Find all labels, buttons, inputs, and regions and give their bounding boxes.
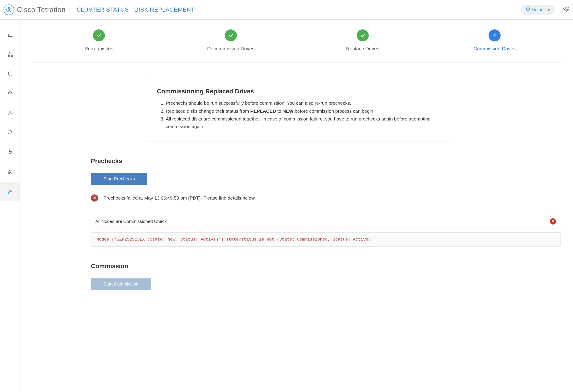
error-icon: ✕ <box>550 218 556 225</box>
precheck-status: ✕ Prechecks failed at May 13 06:49:53 pm… <box>91 195 560 202</box>
nav-lab[interactable] <box>0 103 20 123</box>
error-icon: ✕ <box>91 195 98 202</box>
info-panel: Commissioning Replaced Drives Prechecks … <box>144 77 449 142</box>
nav-topology[interactable] <box>0 45 20 64</box>
prechecks-section: Prechecks Start Prechecks ✕ Prechecks fa… <box>33 158 560 247</box>
health-icon[interactable] <box>563 6 570 13</box>
nav-maintenance[interactable] <box>0 182 20 201</box>
info-item: Replaced disks change their status from … <box>166 107 437 115</box>
step-label: Commission Drives <box>473 46 516 52</box>
nav-alerts[interactable] <box>0 123 20 143</box>
step-commission[interactable]: 4 Commission Drives <box>429 29 560 52</box>
step-label: Decommission Drives <box>207 46 255 52</box>
cube-icon <box>526 7 530 12</box>
main-content: Prerequisites Decommission Drives Replac… <box>20 20 573 392</box>
prechecks-heading: Prechecks <box>91 158 560 167</box>
step-replace[interactable]: Replace Drives <box>297 29 429 52</box>
brand-text: Cisco Tetration <box>17 6 66 14</box>
topbar: Cisco Tetration CLUSTER STATUS - DISK RE… <box>0 0 573 20</box>
step-decommission[interactable]: Decommission Drives <box>165 29 297 52</box>
wizard-steps: Prerequisites Decommission Drives Replac… <box>33 22 560 63</box>
step-number-badge: 4 <box>489 29 501 41</box>
chevron-down-icon: ▾ <box>548 7 550 13</box>
info-item: Prechecks should be run successfully bef… <box>166 99 437 107</box>
check-icon <box>93 29 105 41</box>
check-label: All Nodes are Commissioned Check <box>95 219 167 224</box>
start-prechecks-button[interactable]: Start Prechecks <box>91 173 147 185</box>
commission-heading: Commission <box>91 263 560 272</box>
step-label: Replace Drives <box>346 46 379 52</box>
nav-shield[interactable] <box>0 64 20 84</box>
nav-dashboard[interactable] <box>0 84 20 103</box>
check-icon <box>225 29 237 41</box>
precheck-error-detail: Nodes ['WZP232913LX:(State: New, Status:… <box>91 232 560 247</box>
precheck-failure-message: Prechecks failed at May 13 06:49:53 pm (… <box>103 195 256 201</box>
brand-logo-icon <box>3 4 14 15</box>
left-nav <box>0 20 20 392</box>
nav-connector[interactable] <box>0 143 20 162</box>
precheck-check-row[interactable]: All Nodes are Commissioned Check ✕ <box>91 214 560 229</box>
check-icon <box>357 29 369 41</box>
commission-section: Commission Start Commission <box>33 263 560 290</box>
info-list: Prechecks should be run successfully bef… <box>157 99 437 130</box>
tenant-label: Default <box>532 7 546 12</box>
svg-rect-1 <box>10 52 11 53</box>
svg-rect-3 <box>11 55 13 56</box>
brand-block[interactable]: Cisco Tetration <box>3 0 71 20</box>
nav-policy[interactable] <box>0 162 20 182</box>
svg-rect-2 <box>8 55 9 56</box>
info-heading: Commissioning Replaced Drives <box>157 88 437 95</box>
step-prerequisites[interactable]: Prerequisites <box>33 29 165 52</box>
tenant-selector[interactable]: Default ▾ <box>521 5 555 15</box>
step-label: Prerequisites <box>85 46 113 52</box>
page-title: CLUSTER STATUS - DISK REPLACEMENT <box>77 6 195 13</box>
start-commission-button[interactable]: Start Commission <box>91 278 151 290</box>
nav-analytics[interactable] <box>0 25 20 45</box>
info-item: All replaced disks are commissioned toge… <box>166 115 437 130</box>
